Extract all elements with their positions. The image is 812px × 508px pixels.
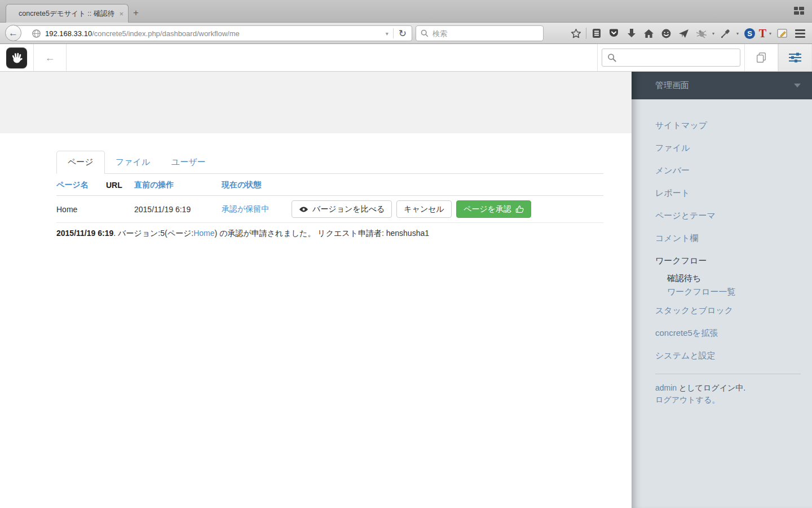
c5-clipboard-button[interactable] [744,44,778,71]
c5-back-button[interactable]: ← [34,44,67,71]
sidebar-nav: サイトマップ ファイル メンバー レポート ページとテーマ コメント欄 ワークフ… [632,99,812,361]
sidebar-header[interactable]: 管理画面 [632,72,812,99]
tab-pages[interactable]: ページ [56,151,105,174]
status-link[interactable]: 承認が保留中 [222,204,269,213]
row-actions: バージョンを比べる キャンセル ページを承認 [292,200,599,218]
sidebar-item-comments[interactable]: コメント欄 [655,233,801,244]
logout-link[interactable]: ログアウトする。 [655,395,720,404]
sidebar-divider [655,374,801,374]
c5-search-cell [598,44,744,71]
s-addon-icon[interactable]: S [741,25,758,42]
dashboard-header-band [0,72,632,133]
url-bar[interactable]: 192.168.33.10/concrete5/index.php/dashbo… [13,25,412,41]
sliders-icon [788,52,802,63]
c5-toolbar: ← [0,44,812,72]
browser-back-button[interactable]: ← [5,25,21,41]
reload-button[interactable]: ↻ [394,28,412,39]
menu-hamburger-icon[interactable] [791,25,809,42]
concrete5-logo-icon[interactable] [6,47,27,68]
url-dropdown-icon[interactable]: ▾ [381,30,393,37]
sidebar-item-workflow-list[interactable]: ワークフロー一覧 [667,286,801,297]
workflow-log-entry: 2015/11/19 6:19. バージョン:5(ページ:Home) の承認が申… [56,229,603,239]
dashboard-sidebar: 管理画面 サイトマップ ファイル メンバー レポート ページとテーマ コメント欄… [632,72,812,508]
table-row: Home 2015/11/19 6:19 承認が保留中 バージョンを比べる [56,196,603,223]
search-input[interactable] [433,29,539,38]
log-date: 2015/11/19 6:19 [56,229,113,238]
c5-toolbar-spacer [67,44,598,71]
eyedropper-addon-dropdown-icon[interactable]: ▾ [734,31,741,36]
t-addon-dropdown-icon[interactable]: ▾ [767,31,774,36]
pages-copy-icon [755,51,767,64]
sidebar-item-stacks-blocks[interactable]: スタックとブロック [655,305,801,316]
browser-search-bar[interactable] [416,25,544,41]
c5-search-input[interactable] [621,54,740,62]
pocket-icon[interactable] [605,25,623,42]
url-text: 192.168.33.10/concrete5/index.php/dashbo… [45,29,381,38]
bug-addon-dropdown-icon[interactable]: ▾ [710,31,717,36]
sort-last-action[interactable]: 直前の操作 [134,180,174,189]
sidebar-footer: admin としてログイン中. ログアウトする。 [632,382,812,406]
sort-page-name[interactable]: ページ名 [56,180,89,189]
chevron-down-icon[interactable] [794,84,801,87]
cell-page-name: Home [56,196,106,223]
sidebar-item-extend[interactable]: concrete5を拡張 [655,327,801,339]
tab-title: concrete5デモサイト :: 確認待ち [19,9,114,19]
tab-files[interactable]: ファイル [105,151,161,173]
chat-addon-icon[interactable] [657,25,675,42]
toolbar-divider [586,28,586,39]
workflow-content: ページ ファイル ユーザー ページ名 URL 直前の操作 現在の状態 Home … [56,151,603,239]
sidebar-item-members[interactable]: メンバー [655,165,801,176]
thumbs-up-icon [515,205,524,213]
sort-status[interactable]: 現在の状態 [222,180,261,189]
reading-list-icon[interactable] [588,25,605,42]
tab-users[interactable]: ユーザー [161,151,217,173]
workflow-table: ページ名 URL 直前の操作 現在の状態 Home 2015/11/19 6:1… [56,175,603,223]
tab-groups-icon[interactable] [794,7,804,17]
send-addon-icon[interactable] [675,25,692,42]
sidebar-item-pages-themes[interactable]: ページとテーマ [655,210,801,221]
site-globe-icon [32,29,41,38]
bug-addon-icon[interactable] [692,25,710,42]
compare-versions-button[interactable]: バージョンを比べる [292,200,392,218]
sidebar-item-waiting[interactable]: 確認待ち [667,273,801,284]
bookmark-star-icon[interactable] [567,25,585,42]
table-header-row: ページ名 URL 直前の操作 現在の状態 [56,175,603,196]
search-icon [421,29,429,37]
sidebar-item-sitemap[interactable]: サイトマップ [655,120,801,131]
sidebar-item-files[interactable]: ファイル [655,142,801,154]
cancel-button[interactable]: キャンセル [396,200,452,218]
home-icon[interactable] [640,25,657,42]
cell-last-action: 2015/11/19 6:19 [134,196,222,223]
page-body: ページ ファイル ユーザー ページ名 URL 直前の操作 現在の状態 Home … [0,72,812,508]
admin-user-link[interactable]: admin [655,383,677,392]
sidebar-item-system[interactable]: システムと設定 [655,350,801,361]
eye-icon [299,206,308,213]
tab-close-icon[interactable]: × [119,10,123,18]
c5-search-icon [607,53,616,62]
header-url: URL [106,175,134,196]
cell-url [106,196,134,223]
approve-page-button[interactable]: ページを承認 [456,200,531,218]
c5-logo-cell[interactable] [0,44,34,71]
t-addon-icon[interactable]: T [758,25,767,42]
new-tab-button[interactable]: + [133,8,139,17]
browser-tab-bar: concrete5デモサイト :: 確認待ち × + [0,0,812,23]
se-addon-icon[interactable] [774,25,791,42]
sidebar-item-workflow[interactable]: ワークフロー [655,255,801,266]
downloads-icon[interactable] [623,25,640,42]
c5-settings-button[interactable] [778,44,812,71]
workflow-tabs: ページ ファイル ユーザー [56,151,603,174]
sidebar-title: 管理画面 [655,80,794,91]
browser-tab[interactable]: concrete5デモサイト :: 確認待ち × [6,4,129,23]
c5-search-box[interactable] [602,49,740,67]
browser-toolbar-icons: ▾ ▾ S T ▾ [567,23,809,44]
eyedropper-addon-icon[interactable] [717,25,734,42]
sidebar-item-reports[interactable]: レポート [655,187,801,199]
log-page-link[interactable]: Home [193,229,214,238]
